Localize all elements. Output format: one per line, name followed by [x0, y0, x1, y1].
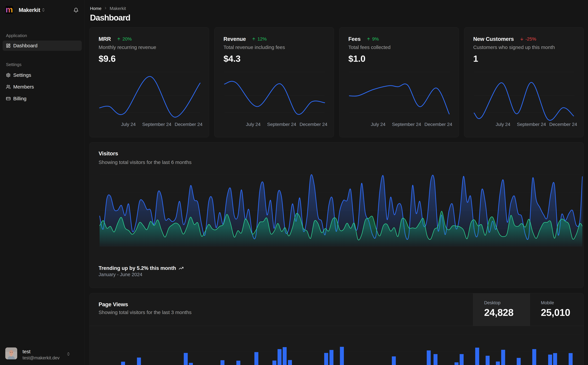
svg-text:m: m — [6, 6, 13, 14]
